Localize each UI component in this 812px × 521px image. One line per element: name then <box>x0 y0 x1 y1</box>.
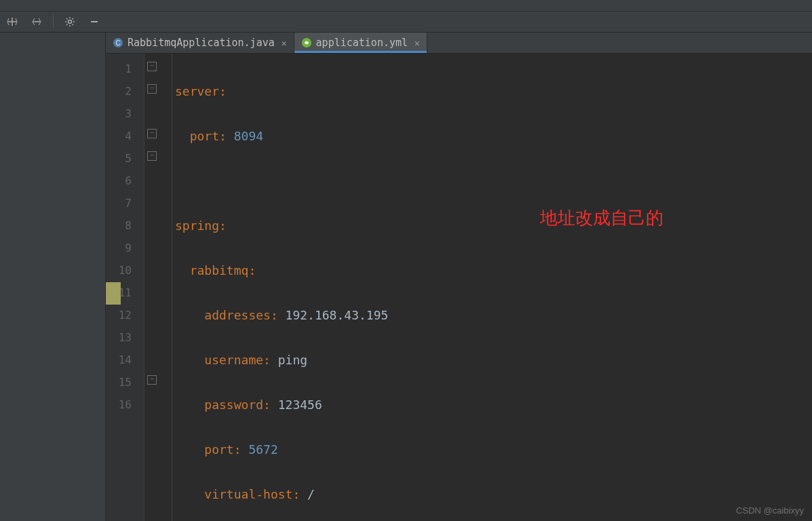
code-line[interactable]: username: ping <box>172 349 812 371</box>
line-number: 2 <box>106 80 144 102</box>
line-number: 14 <box>106 349 144 371</box>
toolbar-divider <box>53 15 54 28</box>
code-line[interactable]: port: 8094 <box>172 125 812 147</box>
line-number: 12 <box>106 304 144 326</box>
line-number: 13 <box>106 326 144 349</box>
fold-gutter[interactable]: − − − − − <box>144 54 172 521</box>
fold-toggle-icon[interactable]: − <box>147 129 157 138</box>
tab-application-yml[interactable]: application.yml ✕ <box>294 33 427 53</box>
svg-text:C: C <box>115 39 120 47</box>
code-line[interactable]: virtual-host: / <box>172 483 812 505</box>
editor-tabs: C RabbitmqApplication.java ✕ application… <box>106 33 812 54</box>
line-number: 4 <box>106 125 144 147</box>
code-line[interactable]: rabbitmq: <box>172 259 812 282</box>
fold-end-icon[interactable]: − <box>147 375 157 385</box>
line-number: 15 <box>106 371 144 393</box>
code-body[interactable]: server: port: 8094 spring: rabbitmq: add… <box>172 54 812 521</box>
line-number-gutter: 1 2 3 4 5 6 7 8 9 10 11 12 13 14 15 16 <box>106 54 144 521</box>
sidebar-toolbar <box>0 12 812 33</box>
line-number: 1 <box>106 58 144 80</box>
code-line[interactable]: server: <box>172 80 812 102</box>
line-number: 6 <box>106 170 144 192</box>
line-number: 3 <box>106 102 144 125</box>
expand-all-icon[interactable] <box>4 14 20 30</box>
code-editor[interactable]: 1 2 3 4 5 6 7 8 9 10 11 12 13 14 15 16 − <box>106 54 812 521</box>
overlay-annotation: 地址改成自己的 <box>540 206 663 230</box>
tab-rabbitmq-application[interactable]: C RabbitmqApplication.java ✕ <box>106 33 294 53</box>
tab-label: application.yml <box>316 37 408 49</box>
line-number: 10 <box>106 259 144 282</box>
line-number: 8 <box>106 214 144 237</box>
code-line[interactable]: addresses: 192.168.43.195 <box>172 304 812 326</box>
fold-toggle-icon[interactable]: − <box>147 62 157 71</box>
code-line[interactable]: port: 5672 <box>172 438 812 461</box>
gear-icon[interactable] <box>62 14 78 30</box>
vcs-change-marker <box>106 282 121 305</box>
line-number: 5 <box>106 147 144 170</box>
title-bar-fragment <box>0 0 812 12</box>
hide-panel-icon[interactable] <box>86 14 102 30</box>
tab-label: RabbitmqApplication.java <box>128 37 275 49</box>
watermark: CSDN @caibixyy <box>736 505 804 516</box>
fold-end-icon[interactable]: − <box>147 84 157 94</box>
spring-config-icon <box>301 37 312 48</box>
editor-area: C RabbitmqApplication.java ✕ application… <box>106 33 812 521</box>
line-number: 7 <box>106 192 144 214</box>
code-line[interactable]: spring: <box>172 214 812 237</box>
close-icon[interactable]: ✕ <box>282 38 287 48</box>
fold-toggle-icon[interactable]: − <box>147 151 157 161</box>
java-class-icon: C <box>113 37 123 48</box>
project-sidebar[interactable] <box>0 33 106 521</box>
code-line[interactable] <box>172 170 812 192</box>
code-line[interactable]: password: 123456 <box>172 393 812 416</box>
close-icon[interactable]: ✕ <box>414 38 420 48</box>
svg-point-0 <box>69 20 72 24</box>
collapse-all-icon[interactable] <box>28 14 45 30</box>
line-number: 16 <box>106 393 144 416</box>
line-number: 9 <box>106 237 144 259</box>
